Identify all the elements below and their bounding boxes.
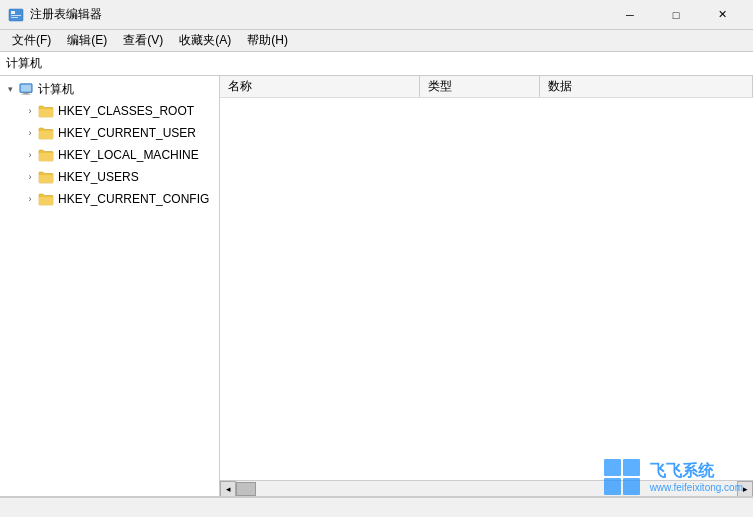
col-header-name[interactable]: 名称 [220,76,420,97]
label-hku: HKEY_USERS [58,170,139,184]
label-hkcu: HKEY_CURRENT_USER [58,126,196,140]
status-bar [0,497,753,517]
title-bar: 注册表编辑器 ─ □ ✕ [0,0,753,30]
watermark-text-container: 飞飞系统 www.feifeixitong.com [650,461,743,493]
svg-rect-3 [11,17,18,18]
watermark: 飞飞系统 www.feifeixitong.com [602,457,743,497]
title-text: 注册表编辑器 [30,6,102,23]
right-content-area [220,98,753,480]
watermark-brand: 飞飞系统 [650,461,714,482]
menu-help[interactable]: 帮助(H) [239,30,296,52]
windows-logo-icon [602,457,642,497]
tree-item-hkcc[interactable]: › HKEY_CURRENT_CONFIG [18,188,219,210]
right-panel: 名称 类型 数据 ◂ ▸ [220,76,753,496]
registry-icon [8,7,24,23]
svg-rect-2 [11,15,21,16]
expand-arrow-hku[interactable]: › [22,169,38,185]
label-hklm: HKEY_LOCAL_MACHINE [58,148,199,162]
label-hkcr: HKEY_CLASSES_ROOT [58,104,194,118]
svg-rect-8 [604,459,621,476]
menu-favorites[interactable]: 收藏夹(A) [171,30,239,52]
svg-rect-7 [22,94,31,95]
breadcrumb-text: 计算机 [6,55,42,72]
menu-bar: 文件(F) 编辑(E) 查看(V) 收藏夹(A) 帮助(H) [0,30,753,52]
title-bar-controls: ─ □ ✕ [607,0,745,30]
computer-label: 计算机 [38,81,74,98]
svg-rect-9 [623,459,640,476]
svg-rect-11 [623,478,640,495]
tree-root-computer[interactable]: ▾ 计算机 [0,78,219,100]
folder-icon-hkcr [38,104,54,118]
svg-rect-5 [21,85,32,92]
breadcrumb: 计算机 [0,52,753,76]
tree-item-hkcr[interactable]: › HKEY_CLASSES_ROOT [18,100,219,122]
folder-icon-hklm [38,148,54,162]
scroll-thumb[interactable] [236,482,256,496]
title-bar-left: 注册表编辑器 [8,6,102,23]
svg-rect-10 [604,478,621,495]
tree-children: › HKEY_CLASSES_ROOT › HKEY_CU [0,100,219,210]
folder-icon-hkcc [38,192,54,206]
computer-icon [18,82,34,96]
col-header-type[interactable]: 类型 [420,76,540,97]
menu-edit[interactable]: 编辑(E) [59,30,115,52]
tree-item-hkcu[interactable]: › HKEY_CURRENT_USER [18,122,219,144]
svg-rect-6 [23,93,28,94]
tree-item-hku[interactable]: › HKEY_USERS [18,166,219,188]
folder-icon-hku [38,170,54,184]
scroll-left-button[interactable]: ◂ [220,481,236,497]
col-header-data[interactable]: 数据 [540,76,753,97]
maximize-button[interactable]: □ [653,0,699,30]
minimize-button[interactable]: ─ [607,0,653,30]
close-button[interactable]: ✕ [699,0,745,30]
folder-icon-hkcu [38,126,54,140]
watermark-url: www.feifeixitong.com [650,482,743,493]
label-hkcc: HKEY_CURRENT_CONFIG [58,192,209,206]
expand-arrow-hkcc[interactable]: › [22,191,38,207]
menu-file[interactable]: 文件(F) [4,30,59,52]
menu-view[interactable]: 查看(V) [115,30,171,52]
expand-arrow-computer[interactable]: ▾ [2,81,18,97]
main-content: ▾ 计算机 › [0,76,753,497]
column-headers: 名称 类型 数据 [220,76,753,98]
tree-item-hklm[interactable]: › HKEY_LOCAL_MACHINE [18,144,219,166]
expand-arrow-hkcr[interactable]: › [22,103,38,119]
expand-arrow-hkcu[interactable]: › [22,125,38,141]
expand-arrow-hklm[interactable]: › [22,147,38,163]
svg-rect-1 [11,11,15,14]
tree-panel[interactable]: ▾ 计算机 › [0,76,220,496]
